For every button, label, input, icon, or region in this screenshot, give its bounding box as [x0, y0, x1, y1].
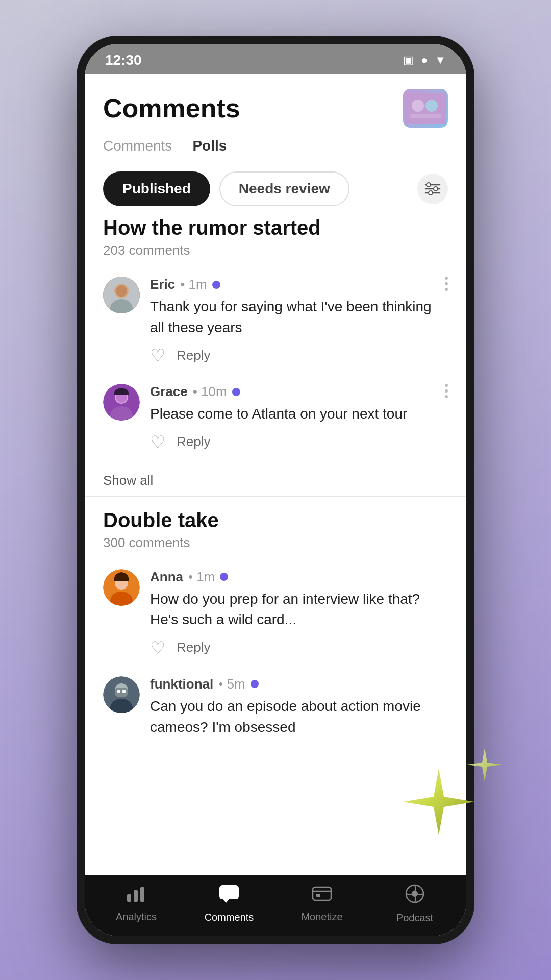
filter-buttons: Published Needs review: [103, 172, 349, 206]
nav-podcast[interactable]: Podcast: [368, 884, 461, 924]
svg-rect-30: [219, 885, 239, 899]
svg-rect-29: [140, 887, 144, 902]
phone-screen: 12:30 ▣ ● ▼ Comments: [85, 44, 466, 936]
tab-comments[interactable]: Comments: [103, 138, 172, 159]
filter-settings-button[interactable]: [417, 174, 448, 204]
svg-point-37: [412, 891, 418, 897]
comment-item-grace: Grace • 10m Please come to Atlanta on yo…: [103, 375, 448, 461]
svg-point-13: [116, 285, 127, 297]
comment-meta-anna: Anna • 1m: [150, 569, 448, 585]
svg-point-1: [412, 100, 424, 112]
phone-frame: 12:30 ▣ ● ▼ Comments: [77, 36, 474, 944]
episode-1-title: How the rumor started: [103, 216, 448, 239]
status-time: 12:30: [105, 52, 142, 68]
analytics-label: Analytics: [116, 911, 157, 923]
comment-time-funktional: • 5m: [218, 676, 245, 692]
comment-time-anna: • 1m: [188, 569, 215, 585]
comment-author-anna: Anna: [150, 569, 183, 585]
svg-point-9: [429, 191, 433, 195]
nav-analytics[interactable]: Analytics: [90, 885, 183, 923]
avatar-funktional: [103, 676, 140, 713]
episode-2-title: Double take: [103, 509, 448, 532]
comment-author-eric: Eric: [150, 277, 175, 292]
podcast-label: Podcast: [396, 912, 433, 924]
reply-button-grace[interactable]: Reply: [177, 434, 210, 450]
comments-icon: [219, 885, 239, 908]
tab-polls[interactable]: Polls: [192, 138, 227, 159]
svg-rect-25: [117, 690, 120, 693]
monetize-label: Monetize: [301, 911, 342, 923]
tabs-row: Comments Polls: [85, 133, 466, 159]
nav-comments[interactable]: Comments: [183, 885, 276, 923]
podcast-icon: [405, 884, 424, 908]
more-options-grace[interactable]: [445, 384, 448, 452]
comment-author-grace: Grace: [150, 384, 188, 400]
svg-rect-27: [127, 894, 131, 902]
avatar-grace: [103, 384, 140, 421]
nav-monetize[interactable]: Monetize: [276, 885, 368, 923]
episode-section-2: Double take 300 comments An: [85, 509, 466, 754]
thumbnail-image: [403, 89, 448, 128]
svg-rect-26: [122, 690, 126, 693]
page-title: Comments: [103, 93, 240, 124]
svg-rect-3: [410, 114, 441, 118]
filter-needs-review[interactable]: Needs review: [219, 172, 349, 206]
analytics-icon: [127, 885, 146, 907]
comment-actions-eric: ♡ Reply: [150, 345, 435, 365]
svg-rect-28: [134, 890, 138, 902]
episode-section-1: How the rumor started 203 comments: [85, 216, 466, 461]
comment-time-eric: • 1m: [180, 277, 207, 292]
status-icons: ▣ ● ▼: [403, 54, 446, 67]
episode-1-count: 203 comments: [103, 242, 448, 258]
comment-body-funktional: funktional • 5m Can you do an episode ab…: [150, 676, 448, 745]
episode-2-count: 300 comments: [103, 535, 448, 551]
like-button-eric[interactable]: ♡: [150, 345, 165, 365]
status-bar: 12:30 ▣ ● ▼: [85, 44, 466, 74]
avatar-anna: [103, 569, 140, 606]
svg-rect-33: [313, 887, 331, 900]
filter-row: Published Needs review: [85, 159, 466, 216]
comments-nav-label: Comments: [205, 912, 254, 923]
comment-item-eric: Eric • 1m Thank you for saying what I've…: [103, 267, 448, 375]
content-area: Comments Comments Polls: [85, 74, 466, 875]
filter-published[interactable]: Published: [103, 172, 210, 206]
comment-text-grace: Please come to Atlanta on your next tour: [150, 404, 435, 425]
podcast-thumbnail[interactable]: [403, 89, 448, 128]
comment-body-grace: Grace • 10m Please come to Atlanta on yo…: [150, 384, 435, 452]
comment-item-funktional: funktional • 5m Can you do an episode ab…: [103, 667, 448, 754]
wifi-icon: ▼: [435, 54, 446, 67]
svg-point-7: [427, 183, 431, 187]
comment-time-grace: • 10m: [193, 384, 227, 400]
show-all-row: Show all: [85, 465, 466, 496]
battery-icon: ▣: [403, 54, 414, 67]
signal-icon: ●: [421, 54, 428, 67]
comment-author-funktional: funktional: [150, 676, 213, 692]
online-indicator-eric: [212, 281, 220, 289]
comment-actions-anna: ♡ Reply: [150, 638, 448, 658]
like-button-anna[interactable]: ♡: [150, 638, 165, 658]
reply-button-anna[interactable]: Reply: [177, 640, 210, 655]
comment-body-eric: Eric • 1m Thank you for saying what I've…: [150, 277, 435, 365]
svg-rect-24: [115, 688, 128, 697]
online-indicator-funktional: [251, 680, 259, 688]
comment-body-anna: Anna • 1m How do you prep for an intervi…: [150, 569, 448, 658]
bottom-nav: Analytics Comments: [85, 875, 466, 936]
online-indicator-grace: [232, 388, 240, 396]
comment-actions-grace: ♡ Reply: [150, 432, 435, 452]
comment-meta-funktional: funktional • 5m: [150, 676, 448, 692]
comment-text-anna: How do you prep for an interview like th…: [150, 589, 448, 630]
svg-rect-35: [316, 894, 320, 897]
like-button-grace[interactable]: ♡: [150, 432, 165, 452]
comment-meta-grace: Grace • 10m: [150, 384, 435, 400]
comment-meta-eric: Eric • 1m: [150, 277, 435, 292]
monetize-icon: [312, 885, 332, 907]
page-header: Comments: [85, 74, 466, 133]
comment-text-eric: Thank you for saying what I've been thin…: [150, 297, 435, 338]
svg-point-2: [425, 100, 438, 112]
svg-point-8: [434, 187, 438, 191]
section-divider: [85, 496, 466, 497]
show-all-button[interactable]: Show all: [103, 473, 153, 488]
reply-button-eric[interactable]: Reply: [177, 348, 210, 363]
more-options-eric[interactable]: [445, 277, 448, 365]
comment-item-anna: Anna • 1m How do you prep for an intervi…: [103, 560, 448, 667]
